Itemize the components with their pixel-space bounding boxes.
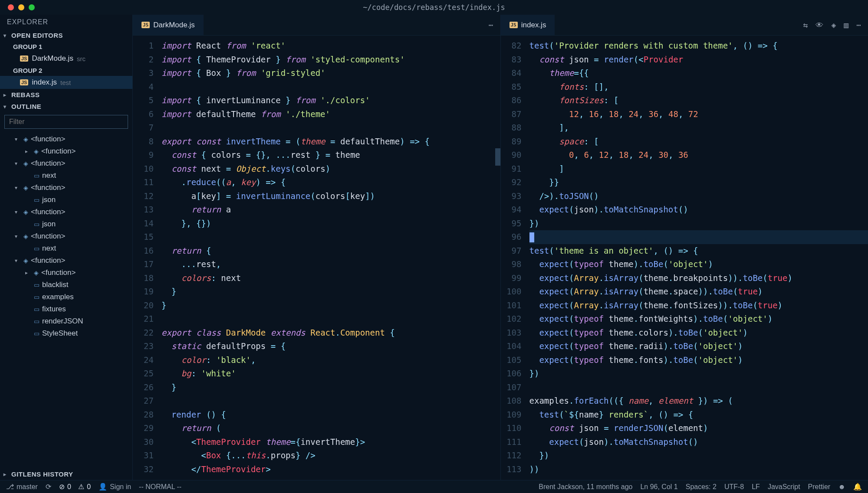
code-line[interactable]: </ThemeProvider> [161,463,500,477]
tab-index[interactable]: JS index.js [501,15,556,35]
code-line[interactable] [161,230,500,244]
indentation[interactable]: Spaces: 2 [686,483,717,491]
code-line[interactable]: const { colors = {}, ...rest } = theme [161,148,500,162]
code-line[interactable]: import React from 'react' [161,39,500,53]
compare-icon[interactable]: ⇆ [803,20,808,29]
code-line[interactable]: expect(typeof theme.radii).toBe('object'… [529,340,868,353]
code-line[interactable]: return { [161,244,500,258]
code-line[interactable]: theme={{ [529,66,868,80]
code-line[interactable]: export class DarkMode extends React.Comp… [161,326,500,340]
code-line[interactable]: import defaultTheme from './theme' [161,108,500,121]
notifications-icon[interactable]: 🔔 [853,483,862,491]
outline-item[interactable]: ▾◈<function> [0,206,132,218]
code-line[interactable]: } [161,381,500,395]
sync-button[interactable]: ⟳ [46,483,51,491]
code-line[interactable]: return ( [161,421,500,435]
code-line[interactable]: expect(Array.isArray(theme.space)).toBe(… [529,285,868,299]
code-line[interactable]: expect(typeof theme.fonts).toBe('object'… [529,353,868,367]
code-line[interactable]: }) [529,367,868,381]
problems-button[interactable]: ⊘0 ⚠0 [59,483,91,491]
code-line[interactable]: expect(json).toMatchSnapshot() [529,203,868,217]
outline-item[interactable]: ▭blacklist [0,279,132,291]
git-blame[interactable]: Brent Jackson, 11 months ago [539,483,632,491]
code-line[interactable]: .reduce((a, key) => { [161,176,500,189]
code-line[interactable]: test(`${name} renders`, () => { [529,408,868,422]
minimize-window-button[interactable] [18,4,24,10]
outline-item[interactable]: ▭fixtures [0,303,132,315]
diff-icon[interactable]: ◈ [831,20,836,29]
code-line[interactable]: fontSizes: [ [529,94,868,108]
code-line[interactable]: const json = renderJSON(element) [529,421,868,435]
outline-item[interactable]: ▾◈<function> [0,255,132,267]
code-line[interactable]: <Box {...this.props} /> [161,449,500,463]
code-line[interactable]: />).toJSON() [529,189,868,203]
git-branch[interactable]: ⎇ master [6,483,38,491]
open-editors-section[interactable]: ▾ OPEN EDITORS [0,29,132,41]
code-editor-right[interactable]: 8283848586878889909192939495969798991001… [501,36,868,480]
code-line[interactable] [161,121,500,135]
maximize-window-button[interactable] [29,4,35,10]
code-line[interactable]: }, {}) [161,217,500,231]
code-line[interactable]: 12, 16, 18, 24, 36, 48, 72 [529,108,868,121]
outline-item[interactable]: ▾◈<function> [0,230,132,242]
code-line[interactable]: examples.forEach(({ name, element }) => … [529,394,868,408]
code-line[interactable]: }) [529,217,868,231]
signin-button[interactable]: 👤 Sign in [99,483,131,491]
eye-icon[interactable]: 👁 [815,20,823,29]
code-line[interactable]: bg: 'white' [161,367,500,381]
code-line[interactable]: expect(Array.isArray(theme.breakpoints))… [529,271,868,285]
code-editor-left[interactable]: 1234567891011121314151617181920212223242… [133,36,500,480]
outline-filter-input[interactable] [4,115,128,129]
code-line[interactable]: ] [529,162,868,176]
code-line[interactable]: static defaultProps = { [161,340,500,353]
code-line[interactable]: import { Box } from 'grid-styled' [161,66,500,80]
code-line[interactable]: space: [ [529,135,868,149]
code-line[interactable]: <ThemeProvider theme={invertTheme}> [161,435,500,449]
code-line[interactable] [529,381,868,395]
code-line[interactable]: color: 'black', [161,353,500,367]
code-line[interactable]: fonts: [], [529,80,868,94]
outline-item[interactable]: ▸◈<function> [0,145,132,157]
minimap-left[interactable] [495,148,500,166]
language-mode[interactable]: JavaScript [768,483,800,491]
code-line[interactable]: expect(typeof theme.colors).toBe('object… [529,326,868,340]
code-line[interactable]: 0, 6, 12, 18, 24, 30, 36 [529,148,868,162]
code-line[interactable]: expect(Array.isArray(theme.fontSizes)).t… [529,299,868,313]
code-line[interactable] [161,394,500,408]
outline-item[interactable]: ▭StyleSheet [0,327,132,340]
encoding[interactable]: UTF-8 [724,483,744,491]
code-line[interactable]: ], [529,121,868,135]
code-line[interactable]: test('Provider renders with custom theme… [529,39,868,53]
code-line[interactable]: render () { [161,408,500,422]
code-line[interactable]: expect(typeof theme).toBe('object') [529,258,868,271]
code-line[interactable]: import { invertLuminance } from './color… [161,94,500,108]
code-line[interactable] [529,230,868,244]
feedback-icon[interactable]: ☻ [838,483,845,491]
code-line[interactable]: colors: next [161,271,500,285]
outline-item[interactable]: ▾◈<function> [0,157,132,170]
code-line[interactable]: )) [529,463,868,477]
outline-item[interactable]: ▭next [0,170,132,182]
code-line[interactable]: expect(json).toMatchSnapshot() [529,435,868,449]
code-line[interactable]: export const invertTheme = (theme = defa… [161,135,500,149]
open-file-darkmode[interactable]: JS DarkMode.js src [0,52,132,65]
code-line[interactable]: test('theme is an object', () => { [529,244,868,258]
code-line[interactable]: } [161,285,500,299]
open-file-index[interactable]: JS index.js test [0,76,132,89]
code-line[interactable] [161,80,500,94]
code-line[interactable]: expect(typeof theme.fontWeights).toBe('o… [529,312,868,326]
close-window-button[interactable] [8,4,14,10]
code-line[interactable]: const next = Object.keys(colors) [161,162,500,176]
eol[interactable]: LF [752,483,760,491]
code-line[interactable]: }) [529,449,868,463]
code-line[interactable]: }} [529,176,868,189]
rebass-section[interactable]: ▸ REBASS [0,89,132,101]
outline-item[interactable]: ▭renderJSON [0,315,132,327]
more-actions-icon[interactable]: ⋯ [489,20,493,29]
prettier-status[interactable]: Prettier [808,483,831,491]
code-line[interactable]: } [161,299,500,313]
outline-item[interactable]: ▸◈<function> [0,267,132,279]
outline-item[interactable]: ▾◈<function> [0,133,132,145]
outline-item[interactable]: ▾◈<function> [0,182,132,194]
outline-item[interactable]: ▭json [0,194,132,206]
